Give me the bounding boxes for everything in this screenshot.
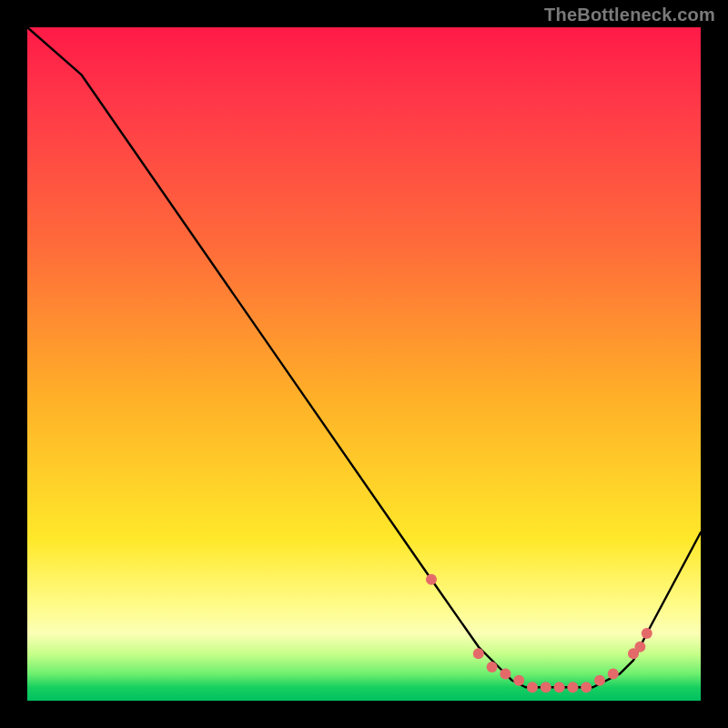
highlight-point	[642, 628, 652, 639]
highlight-point	[554, 682, 565, 693]
highlight-point	[567, 682, 578, 693]
highlight-point	[608, 668, 619, 679]
chart-svg	[27, 27, 701, 701]
plot-area	[27, 27, 701, 701]
highlight-point	[541, 682, 551, 693]
highlight-point	[500, 668, 511, 679]
highlight-point	[487, 662, 498, 672]
highlight-point	[473, 648, 484, 659]
highlight-point	[594, 675, 605, 686]
highlight-point	[634, 642, 645, 652]
highlight-point	[513, 675, 524, 686]
highlight-point	[527, 682, 538, 693]
bottleneck-curve-line	[27, 27, 701, 687]
watermark-text: TheBottleneck.com	[544, 5, 715, 24]
highlight-point	[581, 682, 592, 693]
chart-stage: TheBottleneck.com	[0, 0, 728, 728]
highlight-point	[426, 574, 437, 585]
highlight-points	[426, 574, 652, 693]
